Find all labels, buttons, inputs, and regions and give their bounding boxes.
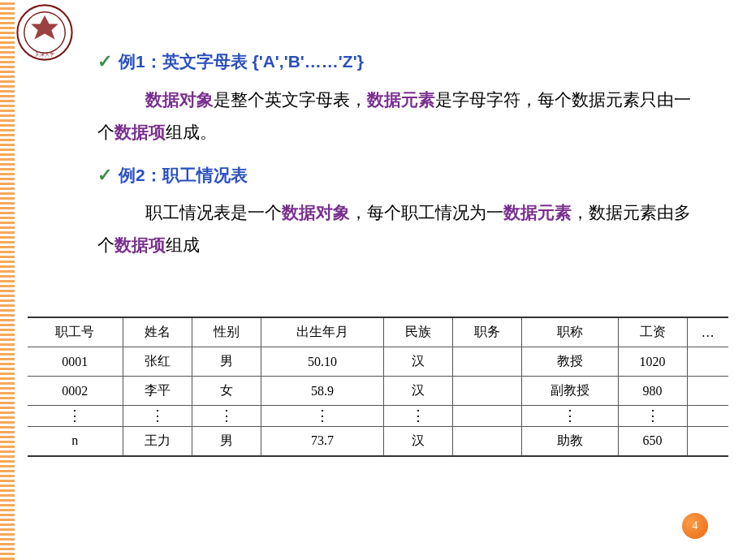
checkmark-icon: ✓ <box>97 51 112 71</box>
table-row: 0002 李平 女 58.9 汉 副教授 980 <box>28 377 728 406</box>
table-header-cell: 职称 <box>522 317 618 347</box>
table-header-cell: 工资 <box>618 317 687 347</box>
table-row: n 王力 男 73.7 汉 助教 650 <box>28 426 728 456</box>
page-number: 4 <box>693 519 698 532</box>
table-header-cell: 出生年月 <box>261 317 383 347</box>
left-decorative-border <box>0 0 15 560</box>
example-2-heading: ✓例2：职工情况表 <box>97 158 706 192</box>
example-1-label: 例1：英文字母表 {'A','B'……'Z'} <box>119 52 364 71</box>
example-1-paragraph: 数据对象是整个英文字母表，数据元素是字母字符，每个数据元素只由一个数据项组成。 <box>97 84 706 149</box>
slide-content: ✓例1：英文字母表 {'A','B'……'Z'} 数据对象是整个英文字母表，数据… <box>97 45 706 271</box>
example-1-heading: ✓例1：英文字母表 {'A','B'……'Z'} <box>97 45 706 79</box>
table-header-cell: 职务 <box>453 317 522 347</box>
table-row-ellipsis: ⋮ ⋮ ⋮ ⋮ ⋮ ⋮ ⋮ <box>28 406 728 427</box>
example-2-label: 例2：职工情况表 <box>119 166 248 184</box>
university-logo: 天津大学 <box>16 4 73 61</box>
table-header-row: 职工号 姓名 性别 出生年月 民族 职务 职称 工资 … <box>28 317 728 347</box>
employee-table-container: 职工号 姓名 性别 出生年月 民族 职务 职称 工资 … 0001 张红 男 5… <box>28 317 728 457</box>
checkmark-icon: ✓ <box>97 165 112 185</box>
table-row: 0001 张红 男 50.10 汉 教授 1020 <box>28 347 728 377</box>
svg-text:天津大学: 天津大学 <box>35 51 54 57</box>
page-number-badge: 4 <box>682 513 708 539</box>
table-header-cell: 性别 <box>192 317 261 347</box>
table-header-cell: 姓名 <box>123 317 192 347</box>
table-header-cell: … <box>687 317 728 347</box>
table-header-cell: 职工号 <box>28 317 123 347</box>
table-header-cell: 民族 <box>384 317 453 347</box>
example-2-paragraph: 职工情况表是一个数据对象，每个职工情况为一数据元素，数据元素由多个数据项组成 <box>97 196 706 261</box>
employee-table: 职工号 姓名 性别 出生年月 民族 职务 职称 工资 … 0001 张红 男 5… <box>28 317 728 457</box>
